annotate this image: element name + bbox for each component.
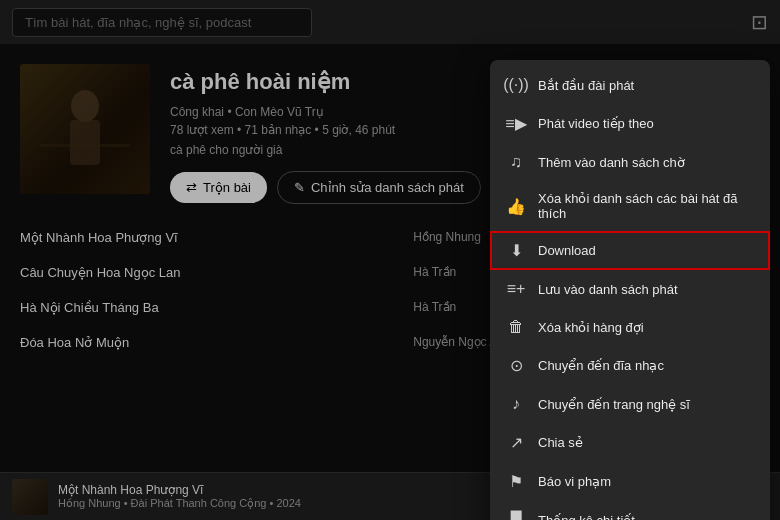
context-menu: ((·)) Bắt đầu đài phát ≡▶ Phát video tiế… — [490, 60, 770, 520]
playlist-add-icon: ≡+ — [506, 280, 526, 298]
menu-label-play-next: Phát video tiếp theo — [538, 116, 754, 131]
menu-label-remove-liked: Xóa khỏi danh sách các bài hát đã thích — [538, 191, 754, 221]
menu-label-stats: Thống kê chi tiết — [538, 513, 754, 521]
download-icon: ⬇ — [506, 241, 526, 260]
menu-label-download: Download — [538, 243, 754, 258]
share-icon: ↗ — [506, 433, 526, 452]
menu-label-remove-queue: Xóa khỏi hàng đợi — [538, 320, 754, 335]
menu-item-save-playlist[interactable]: ≡+ Lưu vào danh sách phát — [490, 270, 770, 308]
menu-item-play-next[interactable]: ≡▶ Phát video tiếp theo — [490, 104, 770, 143]
flag-icon: ⚑ — [506, 472, 526, 491]
bar-chart-icon: ▐▌ — [506, 511, 526, 520]
menu-label-share: Chia sẻ — [538, 435, 754, 450]
menu-item-start-radio[interactable]: ((·)) Bắt đầu đài phát — [490, 66, 770, 104]
artist-icon: ♪ — [506, 395, 526, 413]
thumb-up-icon: 👍 — [506, 197, 526, 216]
menu-label-go-album: Chuyển đến đĩa nhạc — [538, 358, 754, 373]
menu-item-go-artist[interactable]: ♪ Chuyển đến trang nghệ sĩ — [490, 385, 770, 423]
menu-label-report: Báo vi phạm — [538, 474, 754, 489]
menu-item-share[interactable]: ↗ Chia sẻ — [490, 423, 770, 462]
album-icon: ⊙ — [506, 356, 526, 375]
menu-label-start-radio: Bắt đầu đài phát — [538, 78, 754, 93]
menu-label-go-artist: Chuyển đến trang nghệ sĩ — [538, 397, 754, 412]
menu-item-remove-queue[interactable]: 🗑 Xóa khỏi hàng đợi — [490, 308, 770, 346]
radio-icon: ((·)) — [506, 76, 526, 94]
menu-item-download[interactable]: ⬇ Download — [490, 231, 770, 270]
menu-item-add-queue[interactable]: ♫ Thêm vào danh sách chờ — [490, 143, 770, 181]
menu-item-remove-liked[interactable]: 👍 Xóa khỏi danh sách các bài hát đã thíc… — [490, 181, 770, 231]
menu-item-report[interactable]: ⚑ Báo vi phạm — [490, 462, 770, 501]
playlist-play-icon: ≡▶ — [506, 114, 526, 133]
menu-label-add-queue: Thêm vào danh sách chờ — [538, 155, 754, 170]
delete-icon: 🗑 — [506, 318, 526, 336]
menu-item-stats[interactable]: ▐▌ Thống kê chi tiết — [490, 501, 770, 520]
queue-music-icon: ♫ — [506, 153, 526, 171]
menu-item-go-album[interactable]: ⊙ Chuyển đến đĩa nhạc — [490, 346, 770, 385]
menu-label-save-playlist: Lưu vào danh sách phát — [538, 282, 754, 297]
